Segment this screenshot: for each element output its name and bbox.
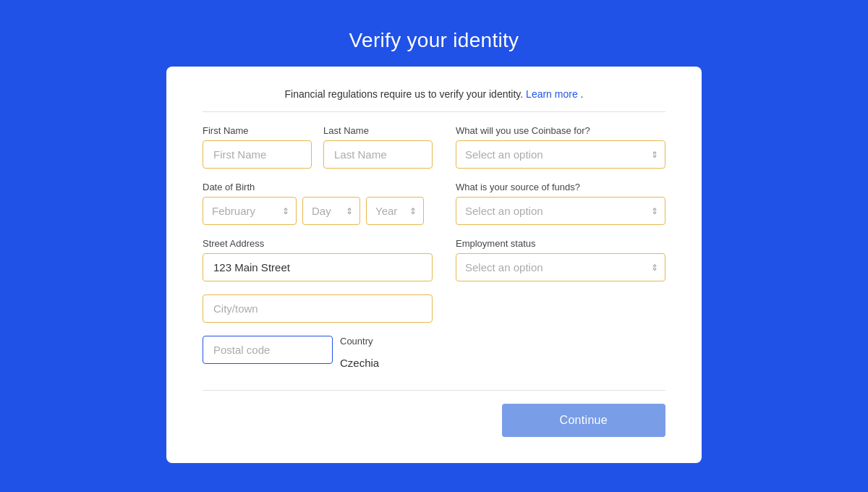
employment-group: Employment status Select an option xyxy=(456,238,665,281)
form-right: What will you use Coinbase for? Select a… xyxy=(456,125,665,377)
first-name-group: First Name xyxy=(203,125,312,169)
form-left: First Name Last Name Date of Birth Febru… xyxy=(203,125,433,377)
postal-group xyxy=(203,336,333,364)
street-group: Street Address xyxy=(203,238,433,281)
postal-country-row: Country Czechia xyxy=(203,336,433,377)
learn-more-link[interactable]: Learn more xyxy=(526,88,578,100)
dob-row: February January March April May June Ju… xyxy=(203,197,433,225)
street-input[interactable] xyxy=(203,253,433,281)
form-content: First Name Last Name Date of Birth Febru… xyxy=(203,125,665,377)
employment-wrapper: Select an option xyxy=(456,253,665,281)
dob-year-wrapper: Year xyxy=(366,197,424,225)
first-name-label: First Name xyxy=(203,125,312,136)
city-input[interactable] xyxy=(203,294,433,323)
page-title: Verify your identity xyxy=(349,29,519,52)
info-text: Financial regulations require us to veri… xyxy=(285,88,524,100)
identity-form-card: Financial regulations require us to veri… xyxy=(166,67,702,463)
postal-input[interactable] xyxy=(203,336,333,364)
city-group xyxy=(203,294,433,323)
last-name-input[interactable] xyxy=(323,140,433,169)
source-group: What is your source of funds? Select an … xyxy=(456,182,665,225)
dob-year-select[interactable]: Year xyxy=(366,197,424,225)
dob-day-select[interactable]: Day xyxy=(302,197,360,225)
dob-group: Date of Birth February January March Apr… xyxy=(203,182,433,225)
street-label: Street Address xyxy=(203,238,433,249)
continue-button[interactable]: Continue xyxy=(502,404,665,437)
info-suffix: . xyxy=(581,88,584,100)
employment-select[interactable]: Select an option xyxy=(456,253,665,281)
country-group: Country Czechia xyxy=(340,336,433,376)
last-name-label: Last Name xyxy=(323,125,433,136)
last-name-group: Last Name xyxy=(323,125,433,169)
source-label: What is your source of funds? xyxy=(456,182,665,192)
name-row: First Name Last Name xyxy=(203,125,433,182)
dob-month-wrapper: February January March April May June Ju… xyxy=(203,197,297,225)
country-label: Country xyxy=(340,336,433,347)
first-name-input[interactable] xyxy=(203,140,312,169)
source-select[interactable]: Select an option xyxy=(456,197,665,225)
coinbase-use-select[interactable]: Select an option xyxy=(456,140,665,169)
coinbase-use-wrapper: Select an option xyxy=(456,140,665,169)
form-divider xyxy=(203,390,665,391)
dob-month-select[interactable]: February January March April May June Ju… xyxy=(203,197,297,225)
dob-day-wrapper: Day xyxy=(302,197,360,225)
info-bar: Financial regulations require us to veri… xyxy=(203,88,665,112)
source-wrapper: Select an option xyxy=(456,197,665,225)
dob-label: Date of Birth xyxy=(203,182,433,192)
country-value: Czechia xyxy=(340,349,433,376)
footer-row: Continue xyxy=(203,404,665,437)
coinbase-use-label: What will you use Coinbase for? xyxy=(456,125,665,136)
coinbase-use-group: What will you use Coinbase for? Select a… xyxy=(456,125,665,169)
employment-label: Employment status xyxy=(456,238,665,249)
